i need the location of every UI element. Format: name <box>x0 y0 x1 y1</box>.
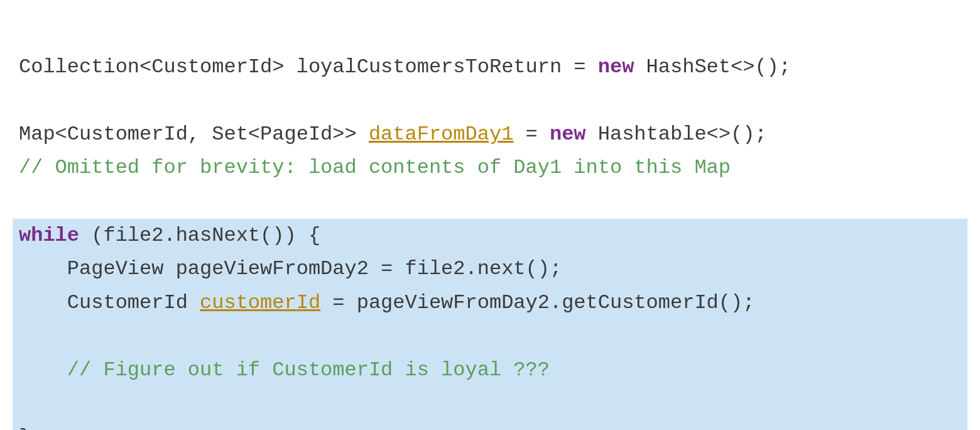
code-line <box>13 387 967 421</box>
code-line <box>13 185 967 219</box>
keyword: new <box>598 55 634 79</box>
plain-text <box>19 358 67 382</box>
plain-text: = pageViewFromDay2.getCustomerId(); <box>320 291 754 314</box>
code-line <box>13 319 967 353</box>
plain-text: } <box>19 426 31 430</box>
code-line: Collection<CustomerId> loyalCustomersToR… <box>13 50 967 84</box>
plain-text: Map<CustomerId, Set<PageId>> <box>19 123 369 146</box>
code-line: CustomerId customerId = pageViewFromDay2… <box>13 286 967 320</box>
plain-text: = <box>513 123 550 146</box>
code-line <box>13 84 967 118</box>
code-line: PageView pageViewFromDay2 = file2.next()… <box>13 252 967 286</box>
plain-text: CustomerId <box>19 291 200 314</box>
keyword: new <box>550 123 586 146</box>
code-line: // Figure out if CustomerId is loyal ??? <box>13 353 967 387</box>
plain-text: HashSet<>(); <box>634 55 791 79</box>
code-line: // Omitted for brevity: load contents of… <box>13 151 967 185</box>
code-line: Map<CustomerId, Set<PageId>> dataFromDay… <box>13 118 967 152</box>
plain-text: Collection<CustomerId> loyalCustomersToR… <box>19 55 598 79</box>
code-block: Collection<CustomerId> loyalCustomersToR… <box>13 19 967 430</box>
keyword: while <box>19 224 79 247</box>
code-line: } <box>13 421 967 430</box>
variable-underline: customerId <box>200 291 320 314</box>
variable-underline: dataFromDay1 <box>369 123 513 146</box>
comment: // Figure out if CustomerId is loyal ??? <box>67 358 550 382</box>
comment: // Omitted for brevity: load contents of… <box>19 156 731 179</box>
plain-text: PageView pageViewFromDay2 = file2.next()… <box>19 257 562 280</box>
plain-text: (file2.hasNext()) { <box>79 224 320 247</box>
code-line: while (file2.hasNext()) { <box>13 219 967 253</box>
plain-text: Hashtable<>(); <box>586 123 767 146</box>
